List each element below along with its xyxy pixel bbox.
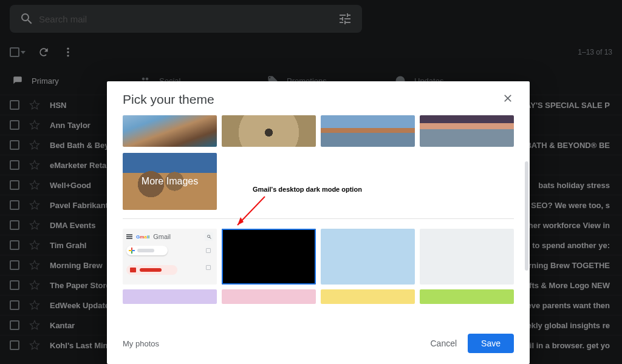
theme-thumb-city[interactable]: [321, 115, 415, 147]
image-theme-row: [123, 115, 514, 147]
mini-search-icon: [205, 232, 213, 241]
theme-thumb-coast[interactable]: [123, 115, 217, 147]
gmail-label: Gmail: [153, 233, 171, 240]
modal-body: More Images Gmail's desktop dark mode op…: [107, 112, 530, 325]
theme-default[interactable]: Gmail Gmail: [123, 229, 217, 285]
color-theme-row-2: [123, 289, 514, 304]
theme-purple[interactable]: [123, 289, 217, 304]
divider: [123, 218, 514, 219]
gmail-app: 1–13 of 13 Primary Social Promotions Upd…: [0, 0, 622, 364]
close-icon: [502, 92, 514, 104]
my-photos-link[interactable]: My photos: [123, 339, 159, 348]
theme-thumb-rock[interactable]: [222, 115, 316, 147]
close-button[interactable]: [502, 92, 514, 107]
save-button[interactable]: Save: [468, 334, 514, 353]
annotation-arrow: [228, 192, 277, 234]
cancel-button[interactable]: Cancel: [430, 339, 457, 348]
mini-compose: [126, 246, 168, 255]
menu-icon: [126, 234, 132, 239]
modal-header: Pick your theme: [107, 81, 530, 112]
mini-inbox: [126, 265, 177, 275]
theme-blue[interactable]: [321, 229, 415, 285]
theme-green[interactable]: [420, 289, 514, 304]
modal-footer: My photos Cancel Save: [107, 325, 530, 364]
theme-gray[interactable]: [420, 229, 514, 285]
svg-marker-5: [238, 217, 244, 225]
theme-thumb-sunset[interactable]: [420, 115, 514, 147]
theme-yellow[interactable]: [321, 289, 415, 304]
gmail-m-logo: Gmail: [136, 234, 149, 240]
color-theme-row-1: Gmail Gmail: [123, 229, 514, 285]
more-images-label: More Images: [142, 176, 198, 187]
theme-pink[interactable]: [222, 289, 316, 304]
modal-title: Pick your theme: [123, 92, 214, 107]
theme-dark[interactable]: [222, 229, 316, 285]
theme-picker-modal: Pick your theme More Images Gmail's desk…: [107, 81, 530, 364]
more-images-button[interactable]: More Images: [123, 153, 217, 210]
scrollbar-track[interactable]: [525, 161, 528, 271]
gmail-preview: Gmail Gmail: [126, 232, 213, 281]
